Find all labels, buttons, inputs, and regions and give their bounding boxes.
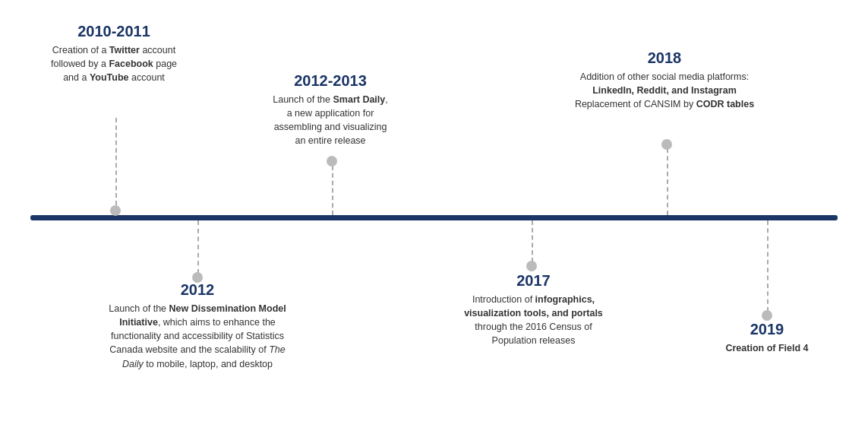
- desc-2017: Introduction of infographics,visualizati…: [437, 293, 630, 348]
- event-2012bot: 2012 Launch of the New Dissemination Mod…: [68, 281, 327, 371]
- desc-2012bot: Launch of the New Dissemination ModelIni…: [68, 302, 327, 371]
- year-2019: 2019: [699, 321, 835, 338]
- dot-2019: [762, 310, 772, 321]
- year-2010: 2010-2011: [38, 23, 190, 40]
- event-2012top: 2012-2013 Launch of the Smart Daily,a ne…: [239, 72, 421, 148]
- desc-2012top: Launch of the Smart Daily,a new applicat…: [239, 93, 421, 148]
- dashed-line-2010: [115, 118, 117, 205]
- year-2018: 2018: [528, 49, 801, 67]
- dashed-line-2018: [667, 148, 668, 215]
- year-2012top: 2012-2013: [239, 72, 421, 90]
- timeline-container: 2010-2011 Creation of a Twitter accountf…: [0, 0, 868, 431]
- desc-2010: Creation of a Twitter accountfollowed by…: [38, 43, 190, 84]
- event-2018: 2018 Addition of other social media plat…: [528, 49, 801, 111]
- desc-2019: Creation of Field 4: [699, 341, 835, 355]
- event-2019: 2019 Creation of Field 4: [699, 321, 835, 355]
- dot-2012top: [327, 156, 337, 166]
- dashed-line-2012top: [332, 166, 333, 215]
- desc-2018: Addition of other social media platforms…: [528, 70, 801, 111]
- year-2017: 2017: [437, 272, 630, 290]
- dot-2010: [110, 205, 121, 216]
- dot-2018: [661, 139, 672, 150]
- year-2012bot: 2012: [68, 281, 327, 299]
- event-2010: 2010-2011 Creation of a Twitter accountf…: [38, 23, 190, 84]
- dashed-line-2012bot: [197, 220, 199, 274]
- dashed-line-2017: [532, 220, 533, 262]
- dot-2017: [526, 261, 537, 271]
- event-2017: 2017 Introduction of infographics,visual…: [437, 272, 630, 348]
- timeline-bar: [30, 215, 838, 220]
- dashed-line-2019: [767, 220, 769, 312]
